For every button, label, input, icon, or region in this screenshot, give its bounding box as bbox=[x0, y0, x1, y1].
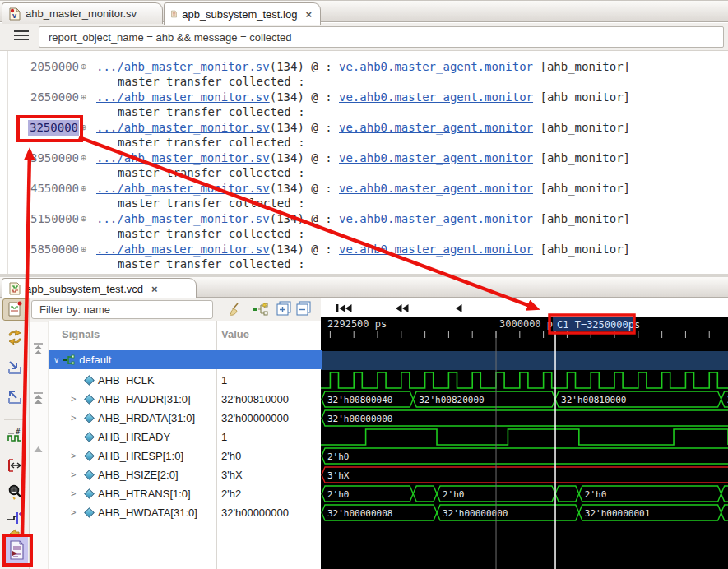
menu-icon[interactable] bbox=[14, 30, 29, 40]
signal-name[interactable]: AHB_HTRANS[1:0] bbox=[98, 488, 191, 500]
log-timestamp[interactable]: 3250000 bbox=[0, 121, 79, 134]
signal-row[interactable]: >AHB_HADDR[31:0]32'h00810000 bbox=[49, 391, 322, 409]
collapse-all-icon[interactable] bbox=[296, 301, 313, 317]
chevron-right-icon[interactable]: > bbox=[71, 413, 76, 423]
chevron-right-icon[interactable]: > bbox=[71, 470, 76, 479]
wave-filter-toggle-button[interactable] bbox=[2, 298, 27, 321]
chevron-right-icon[interactable]: > bbox=[71, 507, 76, 517]
value-column-header[interactable]: Value bbox=[221, 328, 249, 340]
log-entry[interactable]: 3250000⊕.../ahb_master_monitor.sv(134) @… bbox=[0, 121, 728, 151]
zoom-in-icon[interactable] bbox=[6, 359, 24, 377]
expand-all-icon[interactable] bbox=[276, 301, 293, 317]
path-link[interactable]: ve.ahb0.master_agent.monitor bbox=[339, 182, 533, 195]
path-link[interactable]: ve.ahb0.master_agent.monitor bbox=[339, 121, 533, 134]
wave-left-toolbar: # bbox=[0, 298, 30, 569]
collapse-top-icon[interactable] bbox=[33, 343, 44, 359]
remove-tree-icon[interactable] bbox=[252, 301, 268, 317]
sync-icon[interactable] bbox=[6, 328, 24, 346]
pulse-count-icon[interactable]: # bbox=[6, 427, 24, 445]
signal-name[interactable]: AHB_HWDATA[31:0] bbox=[98, 507, 197, 519]
expand-icon[interactable]: ⊕ bbox=[81, 122, 86, 133]
signal-name[interactable]: AHB_HCLK bbox=[98, 374, 155, 386]
log-entry[interactable]: 5150000⊕.../ahb_master_monitor.sv(134) @… bbox=[0, 212, 728, 243]
log-filter-input[interactable]: report_object_name = ahb && message = co… bbox=[39, 26, 724, 48]
file-link[interactable]: .../ahb_master_monitor.sv bbox=[96, 243, 270, 256]
log-timestamp[interactable]: 5150000 bbox=[0, 212, 79, 225]
signal-row[interactable]: AHB_HCLK1 bbox=[49, 372, 322, 391]
expand-icon[interactable]: ⊕ bbox=[81, 152, 86, 164]
expand-icon[interactable]: ⊕ bbox=[81, 243, 86, 255]
file-link[interactable]: .../ahb_master_monitor.sv bbox=[96, 60, 270, 73]
path-link[interactable]: ve.ahb0.master_agent.monitor bbox=[339, 60, 533, 73]
chevron-right-icon[interactable]: > bbox=[71, 394, 76, 404]
path-link[interactable]: ve.ahb0.master_agent.monitor bbox=[339, 90, 533, 104]
log-message: master transfer collected : bbox=[118, 75, 305, 88]
signal-diamond-icon bbox=[84, 394, 95, 405]
signal-name[interactable]: AHB_HSIZE[2:0] bbox=[98, 469, 179, 481]
log-timestamp[interactable]: 3950000 bbox=[0, 151, 79, 164]
signal-row[interactable]: >AHB_HWDATA[31:0]32'h00000000 bbox=[49, 504, 322, 523]
path-link[interactable]: ve.ahb0.master_agent.monitor bbox=[339, 243, 533, 256]
zoom-out-icon[interactable] bbox=[6, 388, 24, 406]
log-view[interactable]: 2050000⊕.../ahb_master_monitor.sv(134) @… bbox=[0, 51, 728, 274]
signal-row[interactable]: >AHB_HRESP[1:0]2'h0 bbox=[49, 447, 322, 466]
measure-icon[interactable] bbox=[6, 456, 24, 474]
chevron-right-icon[interactable]: > bbox=[71, 451, 76, 460]
log-entry[interactable]: 2050000⊕.../ahb_master_monitor.sv(134) @… bbox=[0, 60, 728, 90]
log-entry[interactable]: 4550000⊕.../ahb_master_monitor.sv(134) @… bbox=[0, 182, 728, 212]
prev-edge-icon[interactable] bbox=[6, 527, 24, 537]
signal-name[interactable]: AHB_HRESP[1:0] bbox=[98, 450, 183, 462]
log-timestamp[interactable]: 2050000 bbox=[0, 60, 79, 73]
expand-icon[interactable]: ⊕ bbox=[81, 213, 86, 224]
group-icon bbox=[63, 354, 75, 366]
log-timestamp[interactable]: 2650000 bbox=[0, 90, 79, 104]
expand-icon[interactable]: ⊕ bbox=[81, 61, 86, 72]
tab-ahb-master-monitor-sv[interactable]: v ahb_master_monitor.sv bbox=[2, 2, 163, 24]
link-with-log-button[interactable] bbox=[5, 537, 28, 563]
log-entry[interactable]: 5850000⊕.../ahb_master_monitor.sv(134) @… bbox=[0, 243, 728, 273]
log-entry[interactable]: 3950000⊕.../ahb_master_monitor.sv(134) @… bbox=[0, 151, 728, 182]
path-link[interactable]: ve.ahb0.master_agent.monitor bbox=[339, 151, 533, 164]
tab-apb-subsystem-test-vcd[interactable]: apb_subsystem_test.vcd × bbox=[2, 278, 197, 298]
signal-row[interactable]: >AHB_HTRANS[1:0]2'h2 bbox=[49, 485, 322, 504]
signal-name[interactable]: AHB_HREADY bbox=[98, 431, 170, 443]
file-link[interactable]: .../ahb_master_monitor.sv bbox=[96, 182, 270, 195]
cursor-label[interactable]: C1 T=3250000ps bbox=[557, 319, 640, 331]
fast-backward-icon[interactable] bbox=[395, 302, 409, 317]
tab-apb-subsystem-test-log[interactable]: apb_subsystem_test.log × bbox=[164, 2, 321, 25]
scroll-up-icon[interactable] bbox=[34, 442, 43, 456]
step-backward-icon[interactable] bbox=[455, 302, 462, 317]
log-timestamp[interactable]: 5850000 bbox=[0, 243, 79, 256]
waveform-canvas[interactable]: 32'h0080004032'h0082000032'h00810000332'… bbox=[321, 317, 728, 569]
go-to-start-icon[interactable] bbox=[336, 302, 352, 317]
path-link[interactable]: ve.ahb0.master_agent.monitor bbox=[339, 212, 533, 225]
signal-row[interactable]: >AHB_HSIZE[2:0]3'hX bbox=[49, 466, 322, 485]
signal-value: 3'hX bbox=[221, 469, 243, 481]
signal-row[interactable]: >AHB_HRDATA[31:0]32'h00000000 bbox=[49, 409, 322, 428]
close-icon[interactable]: × bbox=[305, 8, 312, 21]
file-link[interactable]: .../ahb_master_monitor.sv bbox=[96, 151, 270, 164]
signal-row[interactable]: AHB_HREADY1 bbox=[49, 428, 322, 447]
signal-filter-input[interactable]: Filter by: name bbox=[31, 300, 213, 319]
expand-icon[interactable]: ⊕ bbox=[81, 183, 86, 194]
file-link[interactable]: .../ahb_master_monitor.sv bbox=[96, 212, 270, 225]
zoom-cursor-icon[interactable] bbox=[6, 483, 24, 501]
collapse-top-icon[interactable] bbox=[33, 392, 44, 409]
signal-name[interactable]: AHB_HRDATA[31:0] bbox=[98, 412, 195, 424]
signals-tree[interactable]: Signals Value ∨ default AHB_HCLK1>AHB_HA… bbox=[48, 321, 321, 569]
signal-diamond-icon bbox=[84, 451, 95, 461]
bus-value-label: 32'h00000001 bbox=[585, 508, 650, 519]
signals-column-header[interactable]: Signals bbox=[62, 328, 100, 340]
expand-icon[interactable]: ⊕ bbox=[81, 91, 86, 103]
chevron-down-icon[interactable]: ∨ bbox=[53, 355, 59, 364]
close-icon[interactable]: × bbox=[151, 283, 158, 295]
signal-group-row[interactable]: ∨ default bbox=[49, 350, 322, 369]
file-link[interactable]: .../ahb_master_monitor.sv bbox=[96, 121, 270, 134]
log-timestamp[interactable]: 4550000 bbox=[0, 182, 79, 195]
add-cursor-icon[interactable] bbox=[6, 509, 24, 527]
file-link[interactable]: .../ahb_master_monitor.sv bbox=[96, 90, 270, 104]
clear-filter-icon[interactable] bbox=[225, 301, 242, 317]
signal-name[interactable]: AHB_HADDR[31:0] bbox=[98, 393, 191, 405]
chevron-right-icon[interactable]: > bbox=[71, 488, 76, 498]
log-entry[interactable]: 2650000⊕.../ahb_master_monitor.sv(134) @… bbox=[0, 90, 728, 121]
